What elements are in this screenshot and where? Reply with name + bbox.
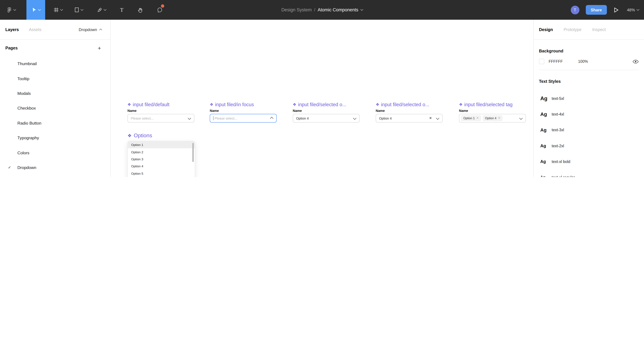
add-page-icon[interactable]: +: [98, 45, 101, 51]
frame-tool-button[interactable]: [49, 0, 67, 20]
tab-inspect[interactable]: Inspect: [592, 27, 606, 32]
chevron-down-icon: [38, 8, 41, 11]
background-color-row: FFFFFF 100%: [539, 59, 639, 64]
present-button[interactable]: [614, 7, 618, 12]
option-item-selected[interactable]: Option 1: [128, 141, 195, 149]
text-style-item[interactable]: Agtext-xl regular: [539, 170, 644, 177]
component-title[interactable]: ❖ input filed/in focus: [210, 102, 277, 107]
sidebar-item-thumbnail[interactable]: Thumbnail: [0, 56, 110, 71]
select-input-default[interactable]: Please select...: [128, 114, 194, 123]
select-input-selected-clearable[interactable]: Option 4 ✕: [376, 114, 442, 123]
zoom-menu[interactable]: 48%: [627, 7, 639, 12]
comment-tool-button[interactable]: [153, 0, 166, 20]
chevron-down-icon: [519, 116, 522, 119]
sidebar-item-radio-button[interactable]: Radio Button: [0, 116, 110, 131]
hand-icon: [137, 7, 143, 13]
component-options-list[interactable]: ❖ Options Option 1 Option 2 Option 3 Opt…: [128, 133, 195, 177]
chevron-down-icon: [436, 116, 439, 119]
background-header: Background: [539, 49, 639, 53]
tag-chip[interactable]: Option 1 ✕: [461, 115, 481, 121]
main-menu-button[interactable]: [1, 0, 21, 20]
text-tool-button[interactable]: T: [116, 0, 128, 20]
clear-icon[interactable]: ✕: [429, 117, 432, 120]
play-icon: [614, 7, 618, 12]
style-preview: Ag: [540, 111, 550, 117]
option-item[interactable]: Option 2: [128, 149, 195, 156]
sidebar-item-typography[interactable]: Typography: [0, 131, 110, 146]
pages-header-row: Pages +: [0, 42, 110, 54]
chevron-down-icon: [353, 116, 356, 119]
background-hex-value[interactable]: FFFFFF: [549, 59, 578, 63]
sidebar-item-dropdown-active[interactable]: ✓ Dropdown: [0, 160, 110, 175]
cursor-icon: [31, 7, 37, 13]
option-item[interactable]: Option 4: [128, 163, 195, 170]
component-icon: ❖: [459, 103, 463, 107]
current-page-dropdown[interactable]: Dropdown: [79, 27, 102, 32]
shape-tool-button[interactable]: [70, 0, 88, 20]
text-style-item[interactable]: Agtext-5xl: [539, 91, 644, 106]
figma-logo-icon: [6, 7, 12, 13]
remove-tag-icon[interactable]: ✕: [498, 117, 500, 120]
select-input-focused[interactable]: Please select...: [210, 114, 277, 123]
component-icon: ❖: [293, 103, 296, 107]
avatar[interactable]: T: [570, 5, 579, 14]
sidebar-item-combobox[interactable]: Combobox: [0, 175, 110, 177]
field-label: Name: [210, 109, 277, 113]
visibility-toggle[interactable]: [633, 59, 639, 64]
move-tool-button-selected[interactable]: [26, 0, 45, 20]
text-style-item[interactable]: Agtext-3xl: [539, 122, 644, 138]
option-item[interactable]: Option 5: [128, 170, 195, 177]
pages-list: Thumbnail Tooltip Modals Checkbox Radio …: [0, 56, 110, 177]
share-button[interactable]: Share: [586, 5, 607, 15]
chevron-down-icon: [637, 8, 640, 11]
select-input-selected[interactable]: Option 4: [293, 114, 360, 123]
tab-layers[interactable]: Layers: [5, 27, 19, 32]
sidebar-item-tooltip[interactable]: Tooltip: [0, 71, 110, 86]
component-input-focus[interactable]: ❖ input filed/in focus Name Please selec…: [210, 102, 277, 123]
text-style-item[interactable]: Agtext-4xl: [539, 106, 644, 122]
toolbar-right-group: T Share 48%: [570, 0, 639, 20]
tab-prototype[interactable]: Prototype: [564, 27, 582, 32]
sidebar-item-modals[interactable]: Modals: [0, 86, 110, 101]
component-title[interactable]: ❖ input filed/default: [128, 102, 194, 107]
background-section: Background FFFFFF 100%: [534, 40, 644, 70]
component-title[interactable]: ❖ input filed/selected tag: [459, 102, 526, 107]
background-opacity-value[interactable]: 100%: [578, 59, 588, 63]
color-swatch[interactable]: [539, 59, 544, 64]
option-item[interactable]: Option 3: [128, 156, 195, 163]
component-icon: ❖: [210, 103, 214, 107]
chevron-down-icon[interactable]: [360, 8, 363, 11]
component-title[interactable]: ❖ input filed/selected o...: [293, 102, 360, 107]
component-icon: ❖: [128, 103, 131, 107]
text-cursor: [213, 116, 214, 120]
component-input-selected-clearable[interactable]: ❖ input filed/selected o... Name Option …: [376, 102, 442, 123]
design-canvas[interactable]: ❖ input filed/default Name Please select…: [111, 20, 533, 177]
component-input-default[interactable]: ❖ input filed/default Name Please select…: [128, 102, 194, 123]
hand-tool-button[interactable]: [134, 0, 146, 20]
component-input-selected[interactable]: ❖ input filed/selected o... Name Option …: [293, 102, 360, 123]
component-title[interactable]: ❖ input filed/selected o...: [376, 102, 442, 107]
component-title[interactable]: ❖ Options: [128, 133, 195, 139]
tab-assets[interactable]: Assets: [29, 27, 42, 32]
text-style-item[interactable]: Agtext-2xl: [539, 138, 644, 154]
rectangle-icon: [74, 7, 79, 13]
tab-design[interactable]: Design: [539, 27, 553, 32]
pen-icon: [97, 7, 102, 13]
style-preview: Ag: [540, 159, 550, 164]
component-input-selected-tag[interactable]: ❖ input filed/selected tag Name Option 1…: [459, 102, 526, 123]
right-panel: Design Prototype Inspect Background FFFF…: [533, 20, 644, 177]
sidebar-item-colors[interactable]: Colors: [0, 146, 110, 160]
chevron-down-icon: [188, 116, 191, 119]
chevron-down-icon: [13, 8, 16, 11]
tag-chip[interactable]: Option 4 ✕: [482, 115, 502, 121]
sidebar-item-checkbox[interactable]: Checkbox: [0, 101, 110, 116]
pen-tool-button[interactable]: [92, 0, 110, 20]
project-name: Design System: [281, 7, 312, 12]
text-style-item[interactable]: Agtext-xl bold: [539, 154, 644, 170]
remove-tag-icon[interactable]: ✕: [476, 117, 478, 120]
text-tool-icon: T: [120, 7, 124, 12]
document-breadcrumb[interactable]: Design System / Atomic Components: [281, 0, 363, 20]
scrollbar-thumb[interactable]: [192, 143, 194, 162]
select-input-tags[interactable]: Option 1 ✕ Option 4 ✕: [459, 114, 526, 123]
frame-icon: [53, 7, 59, 13]
